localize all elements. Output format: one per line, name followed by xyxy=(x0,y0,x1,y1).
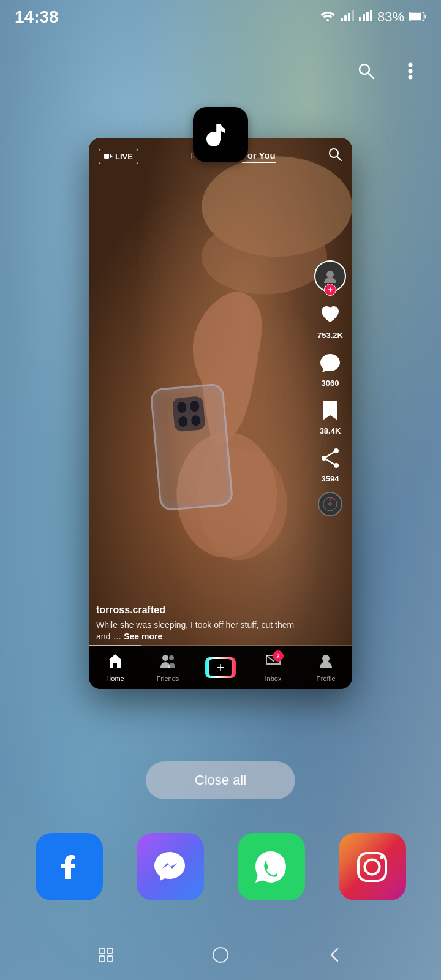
bookmark-icon xyxy=(316,396,344,424)
instagram-app-icon[interactable] xyxy=(339,833,406,900)
like-action[interactable]: 753.2K xyxy=(316,301,344,340)
bookmark-action[interactable]: 38.4K xyxy=(316,396,344,435)
wifi-icon xyxy=(320,9,336,25)
tiktok-search-icon[interactable] xyxy=(328,147,342,165)
see-more-link[interactable]: See more xyxy=(124,631,162,641)
comment-action[interactable]: 3060 xyxy=(316,349,344,388)
android-nav xyxy=(0,946,441,968)
svg-rect-8 xyxy=(370,10,372,21)
inbox-label: Inbox xyxy=(265,675,282,682)
status-time: 14:38 xyxy=(15,7,59,27)
signal2-icon xyxy=(359,9,372,25)
close-all-button[interactable]: Close all xyxy=(146,761,295,799)
video-info: torross.crafted While she was sleeping, … xyxy=(96,605,309,643)
svg-rect-39 xyxy=(107,948,113,954)
svg-rect-4 xyxy=(352,10,354,21)
svg-point-25 xyxy=(322,456,326,461)
svg-point-23 xyxy=(326,271,334,278)
battery-text: 83% xyxy=(377,9,404,25)
nav-profile[interactable]: Profile xyxy=(300,653,352,682)
svg-point-24 xyxy=(334,448,339,453)
status-bar: 14:38 83% xyxy=(0,0,441,34)
camera-lens-1 xyxy=(176,401,187,413)
svg-point-14 xyxy=(409,69,413,74)
tiktok-card: LIVE Following For You + xyxy=(89,138,352,689)
svg-point-13 xyxy=(409,63,413,67)
creator-avatar[interactable]: + xyxy=(314,260,346,292)
svg-rect-19 xyxy=(104,154,109,159)
music-disc-icon xyxy=(318,492,342,516)
friends-icon xyxy=(159,653,176,673)
svg-rect-7 xyxy=(366,12,369,21)
tiktok-app-icon[interactable] xyxy=(193,107,248,162)
nav-home[interactable]: Home xyxy=(89,653,141,682)
camera-lens-3 xyxy=(177,415,189,428)
home-icon xyxy=(107,653,123,673)
share-action[interactable]: 3594 xyxy=(316,444,344,483)
profile-label: Profile xyxy=(316,675,335,682)
svg-rect-3 xyxy=(348,13,350,21)
follow-plus-button[interactable]: + xyxy=(324,284,336,296)
svg-rect-38 xyxy=(99,956,105,962)
like-icon xyxy=(316,301,344,329)
nav-inbox[interactable]: 2 Inbox xyxy=(247,653,300,682)
tiktok-bottom-nav: Home Friends + xyxy=(89,646,352,689)
svg-line-12 xyxy=(368,73,374,78)
svg-rect-10 xyxy=(410,13,421,20)
right-actions: + 753.2K 3060 38.4K xyxy=(314,260,346,516)
svg-point-15 xyxy=(409,75,413,80)
svg-point-17 xyxy=(202,219,327,295)
friends-label: Friends xyxy=(157,675,179,682)
svg-point-0 xyxy=(326,19,329,21)
bookmark-count: 38.4K xyxy=(320,426,341,435)
comment-count: 3060 xyxy=(322,379,339,388)
profile-icon xyxy=(318,653,334,673)
svg-point-36 xyxy=(380,856,383,859)
app-dock xyxy=(0,833,441,900)
camera-module xyxy=(172,396,205,432)
svg-marker-20 xyxy=(110,154,113,159)
svg-rect-5 xyxy=(359,17,361,21)
like-count: 753.2K xyxy=(317,331,343,340)
camera-lens-4 xyxy=(190,414,202,427)
svg-point-26 xyxy=(334,463,339,468)
phone-case-visual xyxy=(149,383,233,511)
system-search-button[interactable] xyxy=(350,55,382,87)
system-menu-button[interactable] xyxy=(394,55,426,87)
live-badge[interactable]: LIVE xyxy=(99,149,138,164)
nav-friends[interactable]: Friends xyxy=(141,653,194,682)
system-top-bar xyxy=(0,55,441,87)
svg-rect-37 xyxy=(99,948,105,954)
svg-rect-1 xyxy=(341,18,343,21)
facebook-app-icon[interactable] xyxy=(36,833,103,900)
svg-point-32 xyxy=(169,655,174,660)
share-count: 3594 xyxy=(322,474,339,483)
home-button[interactable] xyxy=(212,946,229,968)
svg-line-28 xyxy=(326,459,334,464)
comment-icon xyxy=(316,349,344,377)
back-button[interactable] xyxy=(326,946,344,968)
whatsapp-app-icon[interactable] xyxy=(238,833,305,900)
video-username: torross.crafted xyxy=(96,605,309,616)
svg-point-35 xyxy=(365,859,380,874)
add-icon: + xyxy=(209,659,232,676)
svg-rect-2 xyxy=(344,15,347,21)
signal-icon xyxy=(341,9,354,25)
music-disc[interactable] xyxy=(318,492,342,516)
svg-line-27 xyxy=(326,452,334,457)
svg-rect-40 xyxy=(107,956,113,962)
home-label: Home xyxy=(106,675,124,682)
recents-button[interactable] xyxy=(97,946,115,968)
svg-rect-6 xyxy=(363,14,365,21)
camera-lens-2 xyxy=(189,400,200,413)
svg-point-31 xyxy=(162,655,168,661)
nav-add[interactable]: + xyxy=(194,657,247,678)
svg-point-33 xyxy=(322,655,330,662)
video-caption: While she was sleeping, I took off her s… xyxy=(96,619,309,643)
add-button[interactable]: + xyxy=(205,657,236,678)
inbox-badge: 2 xyxy=(273,650,284,662)
share-icon xyxy=(316,444,344,472)
svg-point-30 xyxy=(328,502,332,506)
status-icons: 83% xyxy=(320,9,426,25)
messenger-app-icon[interactable] xyxy=(137,833,204,900)
